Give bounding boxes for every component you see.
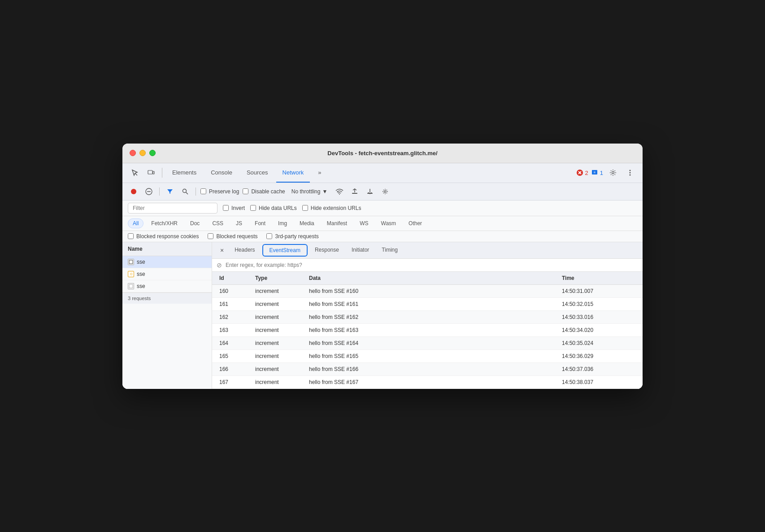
type-btn-font[interactable]: Font — [250, 218, 270, 228]
preserve-log-checkbox[interactable]: Preserve log — [200, 188, 239, 195]
select-element-icon[interactable] — [128, 166, 142, 180]
table-row[interactable]: 161 increment hello from SSE #161 14:50:… — [212, 298, 643, 311]
col-time[interactable]: Time — [558, 272, 630, 284]
upload-icon[interactable] — [349, 186, 361, 197]
close-button[interactable] — [130, 150, 136, 156]
throttle-select[interactable]: No throttling ▼ — [289, 188, 330, 196]
type-filter: AllFetch/XHRDocCSSJSFontImgMediaManifest… — [122, 216, 643, 231]
col-id[interactable]: Id — [216, 272, 252, 284]
svg-line-17 — [338, 192, 338, 192]
type-btn-all[interactable]: All — [128, 218, 143, 228]
record-button[interactable] — [128, 186, 139, 197]
cell-type: increment — [252, 376, 305, 388]
device-toolbar-icon[interactable] — [144, 166, 158, 180]
type-btn-css[interactable]: CSS — [207, 218, 228, 228]
filter-button[interactable] — [164, 186, 176, 197]
cell-id: 161 — [216, 298, 252, 310]
cell-time: 14:50:36.029 — [558, 350, 630, 362]
toolbar-divider-1 — [159, 188, 160, 196]
wifi-icon[interactable] — [334, 186, 345, 197]
tab-eventstream[interactable]: EventStream — [262, 244, 308, 257]
type-btn-other[interactable]: Other — [404, 218, 427, 228]
clear-button[interactable] — [143, 186, 155, 197]
cell-extra — [630, 363, 639, 375]
cell-data: hello from SSE #162 — [305, 311, 558, 323]
minimize-button[interactable] — [139, 150, 146, 156]
type-btn-manifest[interactable]: Manifest — [322, 218, 352, 228]
window-title: DevTools - fetch-eventstream.glitch.me/ — [327, 150, 437, 157]
blocked-cookies-checkbox[interactable]: Blocked response cookies — [128, 233, 199, 240]
download-icon[interactable] — [364, 186, 376, 197]
tab-headers[interactable]: Headers — [228, 242, 261, 258]
svg-point-12 — [131, 189, 136, 194]
network-settings-icon[interactable] — [379, 186, 391, 197]
cell-time: 14:50:32.015 — [558, 298, 630, 310]
table-row[interactable]: 167 increment hello from SSE #167 14:50:… — [212, 376, 643, 389]
tab-more[interactable]: » — [312, 163, 327, 183]
tab-elements[interactable]: Elements — [166, 163, 203, 183]
search-button[interactable] — [179, 186, 191, 197]
hide-data-urls-checkbox[interactable]: Hide data URLs — [250, 205, 297, 211]
type-btn-js[interactable]: JS — [231, 218, 247, 228]
tab-console[interactable]: Console — [204, 163, 239, 183]
cell-type: increment — [252, 298, 305, 310]
doc-icon — [128, 283, 134, 289]
blocked-bar: Blocked response cookies Blocked request… — [122, 231, 643, 242]
regex-bar: ⊘ — [212, 259, 643, 272]
devtools-window: DevTools - fetch-eventstream.glitch.me/ … — [122, 144, 643, 389]
type-btn-ws[interactable]: WS — [355, 218, 373, 228]
tab-initiator[interactable]: Initiator — [345, 242, 375, 258]
svg-point-15 — [183, 189, 187, 192]
cell-data: hello from SSE #164 — [305, 337, 558, 349]
type-btn-wasm[interactable]: Wasm — [376, 218, 401, 228]
tab-network[interactable]: Network — [276, 163, 310, 183]
settings-icon[interactable] — [606, 166, 620, 180]
svg-line-0 — [135, 173, 137, 175]
table-row[interactable]: 160 increment hello from SSE #160 14:50:… — [212, 285, 643, 298]
type-btn-doc[interactable]: Doc — [185, 218, 204, 228]
type-btn-media[interactable]: Media — [295, 218, 319, 228]
type-btn-img[interactable]: Img — [273, 218, 292, 228]
table-row[interactable]: 162 increment hello from SSE #162 14:50:… — [212, 311, 643, 324]
table-row[interactable]: 163 increment hello from SSE #163 14:50:… — [212, 324, 643, 337]
table-row[interactable]: 165 increment hello from SSE #165 14:50:… — [212, 350, 643, 363]
hide-ext-urls-checkbox[interactable]: Hide extension URLs — [302, 205, 361, 211]
title-bar: DevTools - fetch-eventstream.glitch.me/ — [122, 144, 643, 163]
cell-id: 165 — [216, 350, 252, 362]
cell-data: hello from SSE #166 — [305, 363, 558, 375]
blocked-requests-checkbox[interactable]: Blocked requests — [208, 233, 257, 240]
tab-sources[interactable]: Sources — [240, 163, 274, 183]
table-row[interactable]: 166 increment hello from SSE #166 14:50:… — [212, 363, 643, 376]
traffic-lights — [130, 150, 156, 156]
col-type[interactable]: Type — [252, 272, 305, 284]
regex-input[interactable] — [226, 262, 638, 268]
right-panel: × Headers EventStream Response Initiator — [212, 242, 643, 389]
error-badge: 2 — [576, 169, 588, 176]
filter-input[interactable] — [128, 203, 217, 214]
table-row[interactable]: 164 increment hello from SSE #164 14:50:… — [212, 337, 643, 350]
type-btn-fetch_xhr[interactable]: Fetch/XHR — [146, 218, 183, 228]
request-row-2[interactable]: ⬡ sse — [122, 268, 212, 280]
svg-rect-23 — [129, 284, 133, 288]
more-icon[interactable] — [623, 166, 637, 180]
event-rows-container: 160 increment hello from SSE #160 14:50:… — [212, 285, 643, 389]
tab-timing[interactable]: Timing — [375, 242, 404, 258]
cell-id: 163 — [216, 324, 252, 336]
filter-bar: Invert Hide data URLs Hide extension URL… — [122, 201, 643, 216]
close-detail-button[interactable]: × — [216, 243, 228, 257]
main-content: Name sse ⬡ sse sse — [122, 242, 643, 389]
maximize-button[interactable] — [149, 150, 156, 156]
request-row-1[interactable]: sse — [122, 256, 212, 268]
svg-point-11 — [630, 174, 631, 176]
tab-response[interactable]: Response — [309, 242, 345, 258]
cell-time: 14:50:34.020 — [558, 324, 630, 336]
cell-data: hello from SSE #167 — [305, 376, 558, 388]
col-data[interactable]: Data — [305, 272, 558, 284]
cell-id: 167 — [216, 376, 252, 388]
disable-cache-checkbox[interactable]: Disable cache — [243, 188, 285, 195]
third-party-checkbox[interactable]: 3rd-party requests — [266, 233, 318, 240]
top-nav: Elements Console Sources Network » 2 ≡ — [122, 163, 643, 183]
invert-checkbox[interactable]: Invert — [223, 205, 245, 211]
name-column-header: Name — [122, 242, 212, 256]
request-row-3[interactable]: sse — [122, 280, 212, 292]
